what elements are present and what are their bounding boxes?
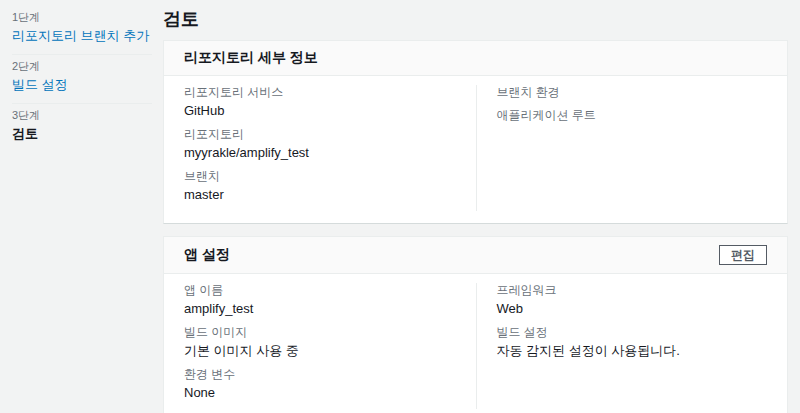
main-content: 검토 리포지토리 세부 정보 리포지토리 서비스 GitHub 리포지토리 my… — [163, 0, 788, 413]
sidebar-step-link-repository-branch[interactable]: 리포지토리 브랜치 추가 — [12, 28, 152, 43]
field-label: 빌드 이미지 — [184, 325, 456, 340]
field-build-settings: 빌드 설정 자동 감지된 설정이 사용됩니다. — [497, 325, 768, 359]
app-settings-card-header: 앱 설정 편집 — [164, 237, 787, 274]
repository-details-card-body: 리포지토리 서비스 GitHub 리포지토리 myyrakle/amplify_… — [164, 76, 787, 223]
edit-button[interactable]: 편집 — [719, 245, 767, 265]
field-label: 앱 이름 — [184, 283, 456, 298]
app-settings-card: 앱 설정 편집 앱 이름 amplify_test 빌드 이미지 기본 이미지 … — [163, 236, 788, 413]
field-value: amplify_test — [184, 301, 456, 317]
field-label: 리포지토리 — [184, 127, 456, 142]
step-number: 1단계 — [12, 11, 152, 24]
field-value: master — [184, 187, 456, 203]
field-value: myyrakle/amplify_test — [184, 145, 456, 161]
card-column-left: 앱 이름 amplify_test 빌드 이미지 기본 이미지 사용 중 환경 … — [164, 283, 476, 409]
field-app-name: 앱 이름 amplify_test — [184, 283, 456, 317]
field-label: 환경 변수 — [184, 367, 456, 382]
sidebar-step-current-review: 검토 — [12, 126, 152, 141]
field-label: 리포지토리 서비스 — [184, 85, 456, 100]
field-label: 브랜치 — [184, 169, 456, 184]
wizard-steps-sidebar: 1단계 리포지토리 브랜치 추가 2단계 빌드 설정 3단계 검토 — [12, 6, 152, 152]
field-label: 프레임워크 — [497, 283, 768, 298]
field-label: 애플리케이션 루트 — [497, 108, 768, 123]
field-value: Web — [497, 301, 768, 317]
sidebar-step-link-build-settings[interactable]: 빌드 설정 — [12, 77, 152, 92]
card-column-right: 프레임워크 Web 빌드 설정 자동 감지된 설정이 사용됩니다. — [476, 283, 788, 409]
card-title: 앱 설정 — [184, 246, 230, 264]
field-environment-variables: 환경 변수 None — [184, 367, 456, 401]
sidebar-step-3: 3단계 검토 — [12, 104, 152, 152]
page-title: 검토 — [163, 9, 788, 30]
sidebar-step-1: 1단계 리포지토리 브랜치 추가 — [12, 6, 152, 55]
field-label: 브랜치 환경 — [497, 85, 768, 100]
field-value: None — [184, 385, 456, 401]
repository-details-card: 리포지토리 세부 정보 리포지토리 서비스 GitHub 리포지토리 myyra… — [163, 40, 788, 224]
field-branch-environment: 브랜치 환경 — [497, 85, 768, 100]
card-column-left: 리포지토리 서비스 GitHub 리포지토리 myyrakle/amplify_… — [164, 85, 476, 211]
step-number: 2단계 — [12, 60, 152, 73]
field-value: 자동 감지된 설정이 사용됩니다. — [497, 343, 768, 359]
field-application-root: 애플리케이션 루트 — [497, 108, 768, 123]
repository-details-card-header: 리포지토리 세부 정보 — [164, 41, 787, 76]
field-value: 기본 이미지 사용 중 — [184, 343, 456, 359]
field-repository-service: 리포지토리 서비스 GitHub — [184, 85, 456, 119]
field-value: GitHub — [184, 103, 456, 119]
field-repository: 리포지토리 myyrakle/amplify_test — [184, 127, 456, 161]
field-build-image: 빌드 이미지 기본 이미지 사용 중 — [184, 325, 456, 359]
step-number: 3단계 — [12, 109, 152, 122]
field-framework: 프레임워크 Web — [497, 283, 768, 317]
card-title: 리포지토리 세부 정보 — [184, 49, 318, 67]
sidebar-step-2: 2단계 빌드 설정 — [12, 55, 152, 104]
field-label: 빌드 설정 — [497, 325, 768, 340]
app-settings-card-body: 앱 이름 amplify_test 빌드 이미지 기본 이미지 사용 중 환경 … — [164, 274, 787, 413]
card-column-right: 브랜치 환경 애플리케이션 루트 — [476, 85, 788, 211]
field-branch: 브랜치 master — [184, 169, 456, 203]
